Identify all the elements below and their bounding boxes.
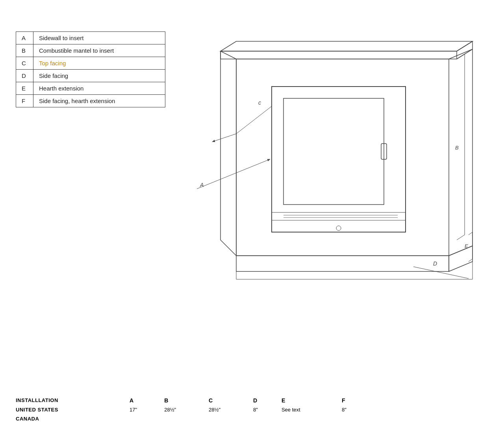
val-e: See text (282, 405, 342, 414)
col-header-e: E (282, 396, 342, 405)
val-a (130, 414, 164, 423)
data-section: INSTALLLATION A B C D E F UNITED STATES1… (16, 396, 370, 423)
svg-text:B: B (455, 145, 459, 151)
val-d: 8" (253, 405, 282, 414)
legend-description: Top facing (33, 57, 165, 70)
col-header-c: C (209, 396, 253, 405)
val-b (164, 414, 209, 423)
val-c (209, 414, 253, 423)
svg-line-31 (457, 235, 465, 240)
diagram-area: A c D B E (158, 20, 480, 303)
legend-letter: E (16, 82, 33, 95)
legend-description: Sidewall to insert (33, 32, 165, 44)
svg-line-30 (457, 54, 465, 59)
col-header-f: F (342, 396, 370, 405)
fireplace-diagram: A c D B E (158, 20, 480, 303)
legend-description: Hearth extension (33, 82, 165, 95)
svg-line-25 (236, 106, 272, 134)
svg-line-34 (469, 232, 472, 235)
val-c: 28½" (209, 405, 253, 414)
svg-marker-7 (236, 59, 449, 256)
svg-line-26 (213, 134, 236, 142)
svg-text:A: A (200, 182, 204, 188)
legend-letter: D (16, 70, 33, 82)
legend-description: Side facing (33, 70, 165, 82)
col-header-d: D (253, 396, 282, 405)
col-header-b: B (164, 396, 209, 405)
legend-letter: B (16, 44, 33, 57)
legend-description: Combustible mantel to insert (33, 44, 165, 57)
legend-description: Side facing, hearth extension (33, 95, 165, 107)
svg-rect-19 (272, 212, 406, 220)
legend-letter: A (16, 32, 33, 44)
svg-line-28 (413, 267, 469, 279)
svg-line-35 (469, 259, 472, 262)
country-label: CANADA (16, 414, 130, 423)
val-f (342, 414, 370, 423)
svg-line-3 (457, 41, 472, 51)
svg-marker-11 (236, 256, 449, 271)
val-b: 28½" (164, 405, 209, 414)
svg-marker-2 (220, 51, 457, 59)
svg-marker-0 (220, 41, 472, 51)
country-label: UNITED STATES (16, 405, 130, 414)
col-header-a: A (130, 396, 164, 405)
svg-text:c: c (258, 100, 261, 106)
svg-line-23 (197, 159, 270, 189)
svg-text:E: E (465, 243, 468, 249)
col-header-installation: INSTALLLATION (16, 396, 130, 405)
installation-data-table: INSTALLLATION A B C D E F UNITED STATES1… (16, 396, 370, 423)
val-e (282, 414, 342, 423)
legend-letter: C (16, 57, 33, 70)
page-container: ASidewall to insertBCombustible mantel t… (0, 0, 504, 439)
svg-point-22 (336, 226, 341, 231)
val-d (253, 414, 282, 423)
svg-marker-6 (220, 51, 236, 256)
val-f: 8" (342, 405, 370, 414)
val-a: 17" (130, 405, 164, 414)
svg-marker-12 (449, 246, 472, 271)
svg-text:D: D (433, 260, 437, 267)
svg-rect-17 (284, 98, 384, 205)
legend-table: ASidewall to insertBCombustible mantel t… (16, 31, 165, 107)
svg-line-8 (449, 49, 472, 59)
legend-letter: F (16, 95, 33, 107)
